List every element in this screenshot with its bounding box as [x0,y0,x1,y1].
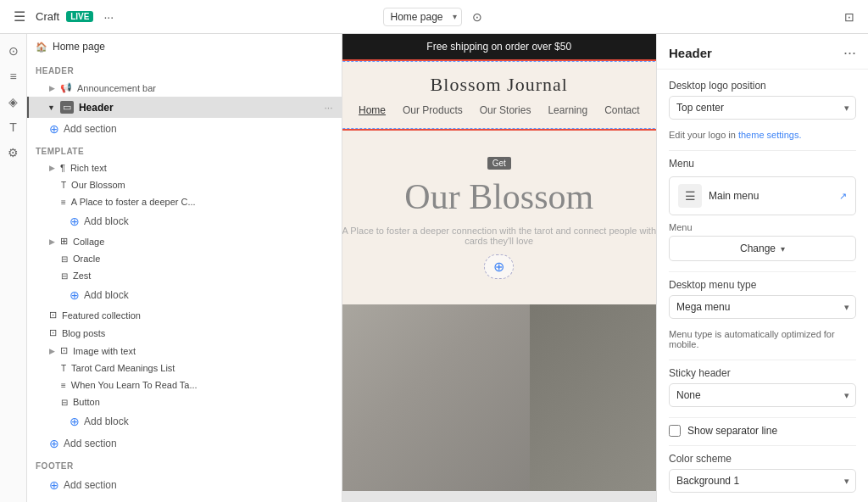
add-block-label-3: Add block [84,416,129,427]
separator-checkbox-row: Show separator line [669,425,856,437]
add-section-btn-2[interactable]: ⊕ Add section [27,432,342,455]
place-label: A Place to foster a deeper C... [71,197,196,207]
add-block-btn-1[interactable]: ⊕ Add block [27,210,342,232]
plus-icon-6: ⊕ [49,478,59,492]
tarot-label: Tarot Card Meanings List [71,363,175,373]
menu-learning[interactable]: Learning [548,104,587,116]
sidebar-icon-home[interactable]: ⊙ [3,41,24,61]
oracle-icon: ⊟ [61,254,68,264]
sidebar-icon-text[interactable]: T [3,117,24,137]
button-label-item: Button [73,397,100,407]
canvas-bottom [342,491,657,502]
sidebar-subitem-button[interactable]: ⊟ Button [27,393,342,410]
menu-section-label: Menu [669,158,856,170]
store-logo: Blossom Journal [431,74,568,96]
craft-label: Craft [36,10,59,23]
menu-products[interactable]: Our Products [403,104,463,116]
our-blossom-label: Our Blossom [71,180,125,190]
image-text-icon: ⊡ [60,345,68,356]
add-block-canvas-btn[interactable]: ⊕ [484,254,514,279]
sidebar-item-homepage[interactable]: 🏠 Home page [27,34,342,59]
divider-2 [669,271,856,272]
menu-external-link[interactable]: ↗ [839,191,847,202]
menu-item-label: Main menu [709,190,832,202]
tarot-icon: T [61,364,66,373]
add-section-btn-1[interactable]: ⊕ Add section [27,118,342,140]
panel-title: Header [669,46,712,60]
sidebar-icon-settings[interactable]: ⚙ [3,142,24,163]
sidebar-subitem-tarot[interactable]: T Tarot Card Meanings List [27,360,342,376]
menu-type-hint: Menu type is automatically optimized for… [669,329,856,349]
share-btn[interactable]: ⊡ [841,7,858,27]
add-block-label-2: Add block [84,289,129,301]
sidebar-subitem-place[interactable]: ≡ A Place to foster a deeper C... [27,193,342,210]
sidebar-subitem-oracle[interactable]: ⊟ Oracle [27,250,342,267]
theme-settings-link[interactable]: theme settings. [738,130,802,140]
sidebar-subitem-zest[interactable]: ⊟ Zest [27,267,342,284]
header-preview[interactable]: 🔍 Blossom Journal 🛒 Home Our Products Ou… [342,59,657,131]
header-menu: Home Our Products Our Stories Learning C… [342,100,657,120]
footer-add-label: Add section [64,479,117,491]
separator-checkbox[interactable] [669,425,681,437]
divider-4 [669,417,856,418]
sidebar-subitem-when[interactable]: ≡ When You Learn To Read Ta... [27,376,342,393]
rich-text-icon: ¶ [60,163,65,173]
menu-item-box: ☰ Main menu ↗ [669,176,856,215]
panel-dots-btn[interactable]: ··· [843,44,856,62]
menu-sublabel: Menu [669,222,856,232]
plus-icon-1: ⊕ [49,122,59,136]
sidebar-subitem-our-blossom[interactable]: T Our Blossom [27,176,342,193]
blog-icon: ⊡ [49,327,57,338]
homepage-label: Home page [53,41,105,53]
sidebar-item-featured[interactable]: ⊡ Featured collection [27,306,342,324]
page-select[interactable]: Home page [383,8,462,26]
footer-add-section-btn[interactable]: ⊕ Add section [27,474,342,496]
desktop-menu-type-select[interactable]: Mega menu [669,295,856,319]
header-item-dots: ··· [324,102,332,114]
zest-label: Zest [73,271,91,281]
text-icon-1: T [61,181,66,190]
add-section-label-1: Add section [64,123,117,135]
header-section-label: HEADER [27,59,342,79]
sidebar-item-rich-text[interactable]: ▶ ¶ Rich text [27,159,342,176]
divider-5 [669,445,856,446]
sidebar-item-blog[interactable]: ⊡ Blog posts [27,324,342,342]
header-item-label: Header [79,102,114,114]
menu-stories[interactable]: Our Stories [480,104,531,116]
featured-icon: ⊡ [49,310,57,321]
blog-label: Blog posts [62,328,105,338]
header-collapse-icon: ▼ [47,103,55,112]
top-bar-center: Home page ⊙ [171,7,697,27]
add-block-btn-2[interactable]: ⊕ Add block [27,284,342,306]
plus-icon-3: ⊕ [70,288,80,302]
separator-checkbox-label[interactable]: Show separator line [687,425,777,437]
add-block-btn-3[interactable]: ⊕ Add block [27,410,342,432]
when-icon: ≡ [61,381,66,390]
when-label: When You Learn To Read Ta... [71,380,198,390]
collage-right-img [530,304,656,491]
menu-contact[interactable]: Contact [604,104,639,116]
announcement-label: Announcement bar [77,83,156,93]
menu-icon-btn[interactable]: ☰ [10,5,29,28]
menu-home[interactable]: Home [359,104,386,116]
announcement-bar: Free shipping on order over $50 [342,34,657,59]
divider-1 [669,150,856,151]
color-scheme-label: Color scheme [669,453,856,465]
sticky-header-select[interactable]: None [669,383,856,407]
sidebar-icon-layers[interactable]: ≡ [3,66,24,86]
sidebar-item-image-text[interactable]: ▶ ⊡ Image with text [27,342,342,360]
sidebar-item-collage[interactable]: ▶ ⊞ Collage [27,232,342,250]
sidebar-icon-palette[interactable]: ◈ [3,92,24,112]
image-text-label: Image with text [73,346,136,356]
divider-3 [669,360,856,360]
preview-btn[interactable]: ⊙ [469,7,486,27]
sidebar-item-announcement[interactable]: ▶ 📢 Announcement bar [27,79,342,97]
color-scheme-select[interactable]: Background 1 [669,469,856,493]
logo-position-select[interactable]: Top center [669,96,856,120]
top-bar: ☰ Craft LIVE ··· Home page ⊙ ⊡ [0,0,868,34]
topbar-dots-btn[interactable]: ··· [100,7,117,27]
change-menu-btn[interactable]: Change [669,236,856,261]
expand-icon: ▶ [49,84,55,92]
sidebar-item-header[interactable]: ▼ ▭ Header ··· [27,97,342,118]
home-icon: 🏠 [36,42,47,53]
